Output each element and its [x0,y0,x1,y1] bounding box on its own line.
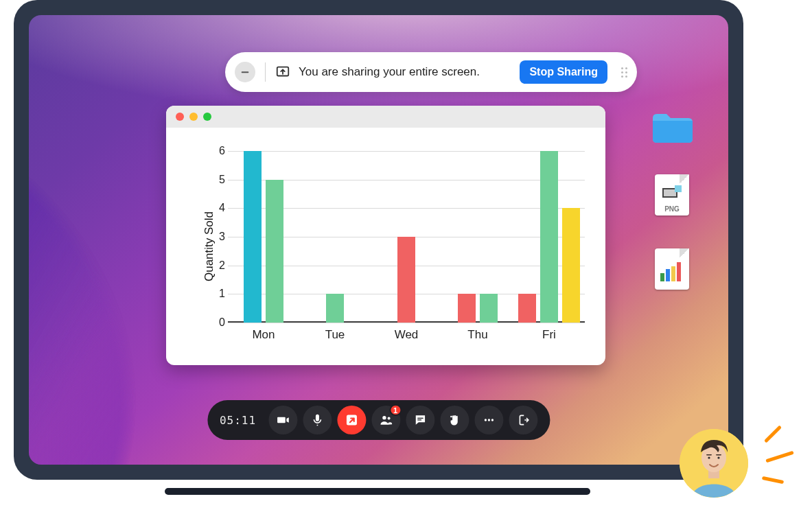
bar [540,151,558,323]
svg-rect-13 [417,419,421,420]
device-frame: You are sharing your entire screen. Stop… [14,0,743,480]
svg-point-16 [487,419,489,421]
window-zoom-button[interactable] [203,113,211,121]
svg-point-17 [491,419,493,421]
window-minimize-button[interactable] [189,113,198,121]
meeting-timer: 05:11 [220,414,256,427]
presenter-avatar-wrap [680,429,748,498]
divider [265,62,266,82]
banner-drag-handle[interactable] [621,67,627,78]
share-banner-text: You are sharing your entire screen. [299,65,480,79]
participants-button[interactable]: 1 [371,406,400,434]
x-tick-label: Mon [228,328,299,342]
x-tick-label: Thu [442,328,513,342]
svg-point-23 [717,456,719,458]
microphone-icon [310,413,324,427]
stop-sharing-button[interactable]: Stop Sharing [520,60,607,84]
bar-groups [228,151,585,323]
reactions-button[interactable] [440,406,469,434]
bar-group [513,151,585,323]
chat-icon [413,413,427,427]
meeting-toolbar: 05:11 1 [207,400,550,440]
x-axis-labels: MonTueWedThuFri [228,328,585,342]
folder-icon [650,111,694,144]
chat-button[interactable] [406,406,434,434]
share-screen-button[interactable] [337,406,366,434]
leave-button[interactable] [509,406,537,434]
x-tick-label: Wed [371,328,442,342]
svg-rect-3 [664,189,676,196]
microphone-button[interactable] [303,406,332,434]
y-tick-label: 5 [209,174,225,186]
gridline [228,323,585,323]
y-tick-label: 6 [209,145,225,157]
emphasis-line [762,476,784,485]
bar [458,294,476,323]
y-tick-label: 0 [209,316,225,329]
people-icon [379,413,393,427]
share-screen-icon [275,65,290,80]
desktop-chart-file[interactable] [655,248,689,290]
emphasis-line [764,425,782,443]
svg-point-15 [484,419,486,421]
device-stand [165,488,590,495]
minus-icon [239,66,251,78]
svg-rect-8 [677,262,681,281]
svg-point-14 [450,416,452,418]
y-tick-label: 4 [209,202,225,214]
desktop-png-file[interactable]: PNG [655,174,689,216]
svg-rect-12 [417,418,423,419]
bar [562,208,580,323]
leave-icon [516,413,530,427]
presenter-avatar [680,429,748,498]
emphasis-line [765,451,793,463]
y-tick-label: 2 [209,259,225,272]
bar [244,151,262,323]
svg-rect-6 [666,269,670,281]
bar [518,294,536,323]
more-horizontal-icon [482,413,496,427]
file-type-label: PNG [655,205,689,213]
bar [480,294,498,323]
svg-rect-24 [706,454,712,456]
bar-group [228,151,299,323]
bar-group [442,151,513,323]
svg-point-11 [387,417,390,420]
window-close-button[interactable] [176,113,184,121]
bar-group [371,151,442,323]
desktop-folder-icon[interactable] [650,111,694,144]
svg-point-10 [382,416,386,419]
chart-plot-area: 0123456MonTueWedThuFri [209,151,585,323]
y-tick-label: 1 [209,288,225,300]
bar [326,294,344,323]
svg-point-22 [708,456,710,458]
desktop: You are sharing your entire screen. Stop… [29,15,728,465]
minimize-banner-button[interactable] [235,62,255,82]
svg-rect-7 [671,266,675,281]
x-tick-label: Fri [513,328,585,342]
raise-hand-icon [448,413,461,427]
bar-group [299,151,371,323]
x-tick-label: Tue [299,328,371,342]
y-tick-label: 3 [209,231,225,243]
more-button[interactable] [474,406,503,434]
bar [266,180,283,323]
window-titlebar[interactable] [166,106,605,128]
file-icon: PNG [655,174,689,216]
bar-chart-icon [660,262,684,281]
svg-rect-4 [675,185,682,192]
chart-window: Quantity Sold 0123456MonTueWedThuFri [166,106,605,365]
camera-icon [276,413,290,427]
bar [397,237,415,323]
camera-button[interactable] [268,406,297,434]
svg-rect-0 [242,71,249,73]
screen-share-banner: You are sharing your entire screen. Stop… [225,52,637,92]
share-arrow-icon [345,413,358,427]
file-icon [655,248,689,290]
svg-rect-5 [660,273,664,281]
participants-badge: 1 [389,404,402,416]
svg-rect-25 [716,454,721,456]
